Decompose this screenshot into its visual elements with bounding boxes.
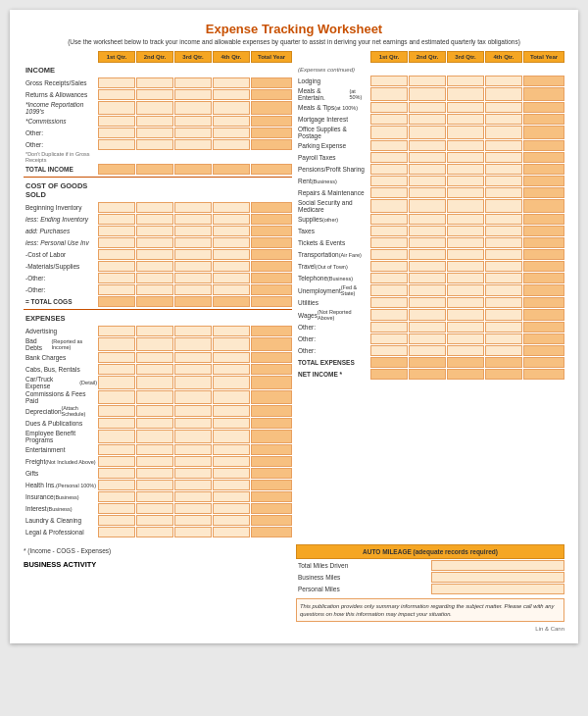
cell-total[interactable] [251,456,292,467]
cell-total[interactable] [523,76,564,86]
cell-total[interactable] [251,390,292,404]
cell-total[interactable] [523,199,564,213]
cell[interactable] [213,249,250,260]
cell[interactable] [447,214,484,225]
cell[interactable] [485,199,522,213]
cell[interactable] [213,390,250,404]
cell[interactable] [174,364,212,375]
cell[interactable] [213,376,250,389]
cell-total[interactable] [409,357,446,368]
cell[interactable] [485,102,522,113]
cell-total[interactable] [251,337,292,351]
cell[interactable] [136,503,173,514]
cell[interactable] [98,101,135,115]
cell[interactable] [409,273,446,283]
cell[interactable] [98,261,135,272]
cell[interactable] [409,297,446,308]
cell[interactable] [485,237,522,248]
cell[interactable] [447,126,484,139]
cell-total[interactable] [523,345,564,356]
cell[interactable] [213,89,250,100]
cell-total[interactable] [251,418,292,429]
cell[interactable] [447,187,484,198]
cell[interactable] [174,237,212,248]
cell[interactable] [447,237,484,248]
cell[interactable] [213,503,250,514]
cell[interactable] [98,376,135,389]
cell-total[interactable] [523,322,564,332]
cell[interactable] [136,273,173,283]
cell-total[interactable] [251,164,292,175]
cell[interactable] [409,226,446,236]
cell[interactable] [98,390,135,404]
cell[interactable] [98,480,135,490]
cell[interactable] [485,126,522,139]
cell[interactable] [174,139,212,150]
cell[interactable] [98,503,135,514]
cell[interactable] [447,199,484,213]
cell-total[interactable] [409,369,446,380]
cell[interactable] [370,102,408,113]
cell[interactable] [370,140,408,151]
cell[interactable] [447,333,484,344]
cell[interactable] [485,140,522,151]
cell-total[interactable] [523,114,564,125]
cell[interactable] [485,176,522,186]
cell[interactable] [409,87,446,101]
cell[interactable] [174,352,212,363]
cell[interactable] [370,273,408,283]
cell[interactable] [174,226,212,236]
cell[interactable] [447,226,484,236]
cell[interactable] [409,199,446,213]
cell-total[interactable] [523,187,564,198]
cell[interactable] [98,456,135,467]
cell[interactable] [409,187,446,198]
cell[interactable] [174,430,212,443]
cell[interactable] [370,297,408,308]
cell[interactable] [136,284,173,295]
cell-total[interactable] [251,214,292,225]
cell-total[interactable] [523,126,564,139]
cell[interactable] [409,176,446,186]
cell-total[interactable] [174,296,212,307]
cell[interactable] [98,89,135,100]
cell[interactable] [98,226,135,236]
cell[interactable] [136,337,173,351]
cell[interactable] [136,456,173,467]
cell[interactable] [409,237,446,248]
cell[interactable] [447,87,484,101]
cell[interactable] [447,140,484,151]
cell[interactable] [213,116,250,127]
cell[interactable] [485,309,522,321]
cell-total[interactable] [523,237,564,248]
cell-total[interactable] [251,527,292,537]
cell-total[interactable] [98,164,135,175]
cell[interactable] [370,333,408,344]
cell[interactable] [409,284,446,296]
cell-total[interactable] [251,480,292,490]
cell[interactable] [213,364,250,375]
cell[interactable] [136,376,173,389]
cell-total[interactable] [251,249,292,260]
cell[interactable] [409,76,446,86]
cell[interactable] [447,297,484,308]
cell[interactable] [213,284,250,295]
cell[interactable] [98,202,135,213]
cell[interactable] [174,405,212,417]
cell[interactable] [447,261,484,272]
cell[interactable] [136,101,173,115]
cell[interactable] [136,116,173,127]
cell[interactable] [174,527,212,537]
cell-total[interactable] [251,491,292,502]
cell-total[interactable] [523,273,564,283]
cell-total[interactable] [523,284,564,296]
cell[interactable] [370,214,408,225]
cell[interactable] [447,249,484,260]
cell[interactable] [409,249,446,260]
cell-total[interactable] [523,309,564,321]
cell[interactable] [136,364,173,375]
cell[interactable] [174,89,212,100]
cell[interactable] [409,140,446,151]
cell[interactable] [213,128,250,138]
cell[interactable] [485,76,522,86]
